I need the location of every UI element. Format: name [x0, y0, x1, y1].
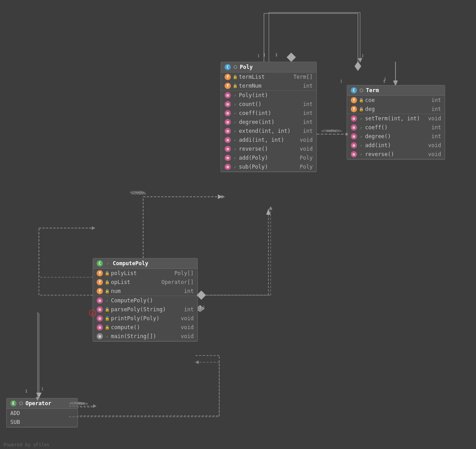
method-type: void: [176, 324, 194, 330]
lock-icon: 🔒: [359, 98, 363, 102]
poly-field-termnum: f 🔒 termNum int: [221, 81, 316, 90]
operator-add: ADD: [7, 409, 77, 418]
static-icon: ↗: [233, 156, 237, 160]
term-methods: m ↗ setTerm(int, int) void m ↗ coeff() i…: [347, 114, 445, 159]
poly-class-name: Poly: [240, 64, 253, 70]
svg-marker-14: [266, 209, 271, 215]
field-name: opList: [111, 279, 160, 285]
field-type: Term[]: [293, 74, 313, 80]
svg-text:«create»: «create»: [130, 189, 145, 194]
poly-field-termlist: f 🔒 termList Term[]: [221, 72, 316, 81]
lock-icon: 🔒: [105, 289, 109, 293]
svg-marker-47: [221, 195, 225, 199]
cp-field-oplist: f 🔒 opList Operator[]: [93, 278, 197, 287]
field-icon: f: [225, 83, 231, 89]
static-icon: ↗: [233, 165, 237, 169]
term-method-setterm: m ↗ setTerm(int, int) void: [347, 114, 445, 123]
poly-method-constructor: m ↗ Poly(int): [221, 91, 316, 100]
poly-method-extend: m ↗ extend(int, int) int: [221, 127, 316, 136]
method-name: coeff(int): [239, 110, 293, 116]
svg-marker-11: [393, 80, 398, 85]
poly-open-circle: [234, 65, 237, 69]
field-name: num: [111, 288, 174, 294]
method-name: ComputePoly(): [111, 297, 174, 304]
field-type: Poly[]: [174, 270, 194, 276]
method-type: void: [423, 142, 441, 148]
cp-field-num: f 🔒 num int: [93, 287, 197, 296]
method-name: reverse(): [365, 151, 421, 157]
operator-open-circle: [19, 402, 23, 405]
computepoly-header: C ↗ ComputePoly: [93, 258, 197, 269]
field-type: Operator[]: [162, 279, 194, 285]
method-icon: m: [351, 115, 357, 122]
method-icon: m: [97, 306, 103, 313]
cp-method-constructor: m ↗ ComputePoly(): [93, 296, 197, 305]
static-icon: ↗: [233, 138, 237, 142]
lock-icon: 🔒: [233, 75, 237, 79]
diagram-container: 1 1 «create» 1 1 1 1 «create» «create»: [0, 0, 476, 449]
svg-marker-35: [358, 58, 362, 63]
static-icon: ↗: [233, 120, 237, 124]
cp-method-compute: m 🔒 compute() void: [93, 323, 197, 332]
svg-text:«create»: «create»: [327, 128, 342, 133]
method-icon: m: [351, 124, 357, 131]
method-name: parsePoly(String): [111, 306, 174, 313]
svg-text:1: 1: [383, 78, 386, 84]
poly-methods: m ↗ Poly(int) m ↗ count() int m ↗ coeff(…: [221, 91, 316, 172]
enum-value: ADD: [10, 410, 74, 416]
field-name: polyList: [111, 270, 173, 276]
operator-class-name: Operator: [26, 400, 51, 407]
computepoly-class: C ↗ ComputePoly f 🔒 polyList Poly[] f 🔒 …: [93, 258, 198, 342]
method-icon: m: [351, 151, 357, 157]
field-name: deg: [365, 106, 421, 112]
method-type: void: [295, 137, 313, 143]
method-name: main(String[]): [111, 333, 174, 339]
method-icon: m: [225, 164, 231, 170]
field-type: int: [423, 97, 441, 103]
operator-values: ADD SUB: [7, 409, 77, 427]
cp-method-printpoly: m 🔒 printPoly(Poly) void: [93, 314, 197, 323]
method-name: sub(Poly): [239, 164, 293, 170]
svg-text:1: 1: [257, 53, 260, 58]
poly-method-sub: m ↗ sub(Poly) Poly: [221, 162, 316, 171]
lock-icon: 🔒: [105, 280, 109, 284]
method-type: void: [176, 315, 194, 322]
term-class-icon: C: [351, 87, 357, 93]
method-name: count(): [239, 101, 293, 107]
svg-text:1: 1: [25, 388, 28, 394]
lock-icon: 🔒: [233, 84, 237, 88]
lock-icon: 🔒: [359, 107, 363, 111]
term-open-circle: [360, 89, 363, 92]
method-type: void: [423, 115, 441, 122]
poly-method-coeff: m ↗ coeff(int) int: [221, 109, 316, 118]
poly-method-reverse: m ↗ reverse() void: [221, 144, 316, 153]
method-name: degree(int): [239, 119, 293, 125]
method-icon: m: [97, 297, 103, 304]
operator-class-icon: E: [10, 400, 17, 407]
field-type: int: [423, 106, 441, 112]
method-name: Poly(int): [239, 92, 293, 98]
method-icon: m: [225, 119, 231, 125]
svg-text:«create»: «create»: [321, 128, 336, 133]
poly-class: C Poly f 🔒 termList Term[] f 🔒 termNum i…: [221, 62, 317, 172]
poly-method-degree: m ↗ degree(int) int: [221, 118, 316, 127]
method-type: int: [423, 124, 441, 131]
svg-marker-58: [197, 291, 206, 300]
svg-marker-57: [269, 206, 272, 210]
field-name: coe: [365, 97, 421, 103]
method-name: compute(): [111, 324, 174, 330]
field-icon: f: [351, 106, 357, 112]
svg-marker-52: [92, 226, 95, 230]
field-icon: f: [97, 279, 103, 285]
cp-field-polylist: f 🔒 polyList Poly[]: [93, 269, 197, 278]
method-name: extend(int, int): [239, 128, 293, 134]
static-icon: ↗: [106, 261, 110, 266]
operator-class: E Operator ADD SUB: [6, 398, 78, 428]
svg-text:1: 1: [199, 304, 202, 309]
term-method-degree: m ↗ degree() int: [347, 132, 445, 141]
term-class-name: Term: [366, 87, 379, 93]
term-fields: f 🔒 coe int f 🔒 deg int: [347, 96, 445, 114]
svg-text:1: 1: [41, 386, 44, 391]
method-icon: m: [225, 92, 231, 98]
static-icon: ↗: [359, 134, 363, 139]
